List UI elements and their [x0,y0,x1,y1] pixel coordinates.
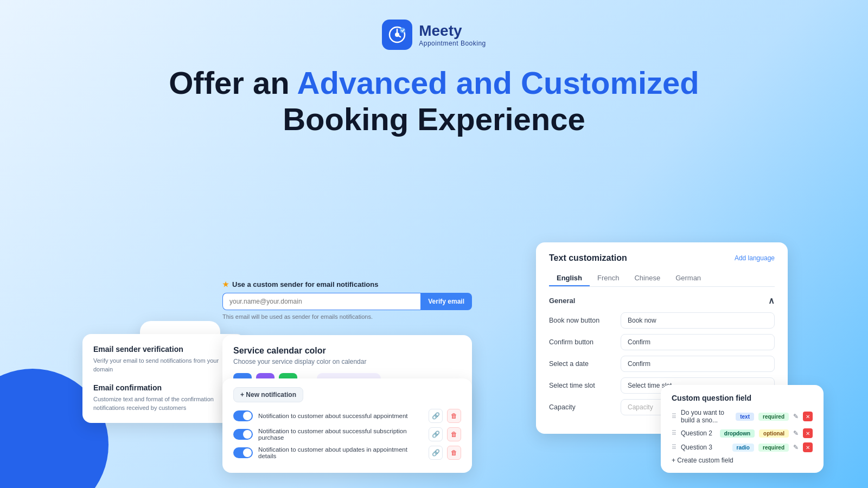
question-delete-1[interactable]: ✕ [803,412,813,421]
field-label-3: Select a date [549,360,614,368]
email-confirmation-title: Email confirmation [93,383,234,392]
headline: Offer an Advanced and Customized Booking… [169,65,699,137]
headline-line2: Booking Experience [169,101,699,138]
headline-line1: Offer an Advanced and Customized [169,65,699,101]
question-name-1: Do you want to build a sno... [681,409,731,424]
tab-french[interactable]: French [590,271,627,286]
service-calendar-title: Service calendar color [233,346,461,356]
field-row-2: Confirm button [549,334,775,350]
question-item-1: ⠿ Do you want to build a sno... text req… [672,409,813,424]
notification-actions-1: 🔗 🗑 [429,409,461,423]
tab-german[interactable]: German [668,271,709,286]
general-section-header: General ∧ [549,296,775,306]
logo-name: Meety [419,22,486,40]
drag-handle-2[interactable]: ⠿ [672,429,676,437]
notification-item-2: Notification to customer about successfu… [233,427,461,441]
question-name-2: Question 2 [681,429,716,437]
general-label: General [549,297,575,305]
language-tabs: English French Chinese German [549,271,775,287]
field-label-2: Confirm button [549,338,614,346]
field-label-4: Select time slot [549,382,614,389]
question-name-3: Question 3 [681,444,728,451]
delete-icon-2[interactable]: 🗑 [447,427,461,441]
toggle-3[interactable] [233,447,253,458]
custom-sender-section: ★ Use a custom sender for email notifica… [222,280,472,320]
logo-subtitle: Appointment Booking [419,40,486,47]
email-input[interactable] [222,293,420,310]
question-req-tag-3: required [758,444,789,452]
question-edit-icon-2[interactable]: ✎ [793,429,799,437]
headline-accent: Advanced and Customized [297,65,699,100]
edit-icon-3[interactable]: 🔗 [429,446,443,460]
notification-actions-3: 🔗 🗑 [429,446,461,460]
question-item-3: ⠿ Question 3 radio required ✎ ✕ [672,442,813,452]
question-req-tag-1: required [758,413,789,421]
verify-email-button[interactable]: Verify email [420,293,472,310]
notification-item-3: Notification to customer about updates i… [233,446,461,460]
header: Meety Appointment Booking Offer an Advan… [0,0,868,137]
notification-item-1: Notification to customer about successfu… [233,409,461,423]
question-edit-icon-1[interactable]: ✎ [793,413,799,420]
new-notification-button[interactable]: + New notification [233,387,303,402]
question-delete-2[interactable]: ✕ [803,428,813,438]
notification-text-3: Notification to customer about updates i… [258,446,423,459]
field-input-1[interactable] [621,312,775,329]
field-input-3[interactable] [621,356,775,372]
email-input-row: Verify email [222,293,472,310]
question-type-tag-2: dropdown [720,429,755,438]
question-req-tag-2: optional [759,429,789,438]
logo-icon [382,20,412,50]
star-icon: ★ [222,280,229,288]
tab-chinese[interactable]: Chinese [627,271,668,286]
logo-text: Meety Appointment Booking [419,22,486,47]
field-label-5: Capacity [549,403,614,411]
email-hint: This email will be used as sender for em… [222,313,472,320]
email-sender-title: Email sender verification [93,345,234,354]
field-label-1: Book now button [549,317,614,324]
notification-card: + New notification Notification to custo… [222,378,472,473]
add-language-button[interactable]: Add language [735,254,775,262]
question-type-tag-1: text [736,413,754,421]
tab-english[interactable]: English [549,271,590,286]
cards-area: 🔔 Email sender verification Verify your … [0,228,868,488]
create-custom-field-button[interactable]: + Create custom field [672,457,813,464]
edit-icon-2[interactable]: 🔗 [429,427,443,441]
custom-sender-label: ★ Use a custom sender for email notifica… [222,280,472,288]
notification-actions-2: 🔗 🗑 [429,427,461,441]
text-customization-header: Text customization Add language [549,253,775,263]
question-delete-3[interactable]: ✕ [803,442,813,452]
field-row-1: Book now button [549,312,775,329]
question-type-tag-3: radio [732,444,754,452]
text-customization-title: Text customization [549,253,627,263]
svg-point-4 [400,28,405,33]
custom-question-card: Custom question field ⠿ Do you want to b… [661,385,824,473]
notification-text-2: Notification to customer about successfu… [258,428,423,441]
delete-icon-3[interactable]: 🗑 [447,446,461,460]
email-confirmation-desc: Customize text and format of the confirm… [93,395,234,412]
delete-icon-1[interactable]: 🗑 [447,409,461,423]
edit-icon-1[interactable]: 🔗 [429,409,443,423]
question-edit-icon-3[interactable]: ✎ [793,444,799,451]
custom-question-title: Custom question field [672,394,813,402]
service-calendar-desc: Choose your service display color on cal… [233,358,461,365]
toggle-2[interactable] [233,429,253,440]
toggle-1[interactable] [233,410,253,421]
email-sender-card: Email sender verification Verify your em… [82,334,245,423]
drag-handle-3[interactable]: ⠿ [672,444,676,451]
field-row-3: Select a date [549,356,775,372]
logo-container: Meety Appointment Booking [382,20,486,50]
collapse-icon[interactable]: ∧ [768,296,775,306]
question-item-2: ⠿ Question 2 dropdown optional ✎ ✕ [672,428,813,438]
custom-sender-text: Use a custom sender for email notificati… [232,280,378,288]
drag-handle-1[interactable]: ⠿ [672,413,676,420]
email-sender-desc: Verify your email to send notifications … [93,357,234,374]
field-input-2[interactable] [621,334,775,350]
notification-text-1: Notification to customer about successfu… [258,413,423,419]
